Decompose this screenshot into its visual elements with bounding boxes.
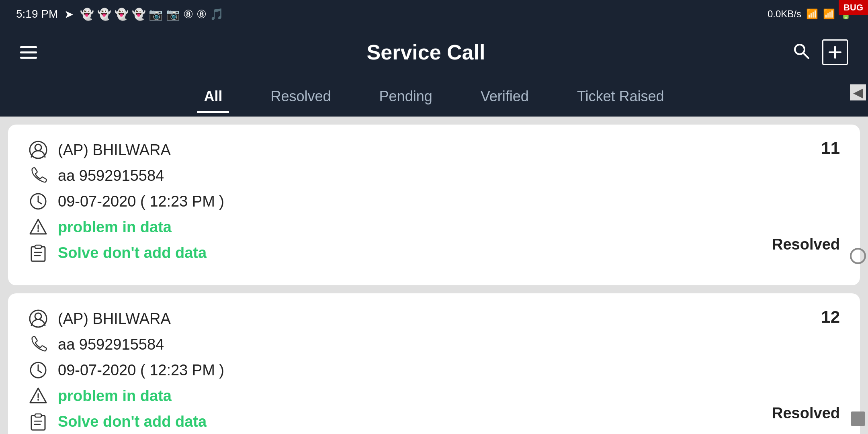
tab-ticket-raised-label: Ticket Raised — [577, 88, 664, 104]
signal-icon: 📶 — [806, 8, 818, 20]
card-datetime-1: 09-07-2020 ( 12:23 PM ) — [58, 193, 224, 210]
svg-line-19 — [38, 371, 41, 373]
navigation-icon: ➤ — [64, 8, 74, 21]
time-display: 5:19 PM — [16, 8, 58, 20]
svg-line-1 — [803, 53, 809, 58]
warning-icon-2 — [28, 387, 48, 405]
svg-point-21 — [37, 399, 39, 401]
network-speed: 0.0KB/s — [768, 8, 801, 20]
card-phone-2: aa 9592915584 — [58, 336, 164, 353]
user-icon-2 — [28, 309, 48, 328]
add-button[interactable] — [822, 39, 848, 65]
card-datetime-row-2: 09-07-2020 ( 12:23 PM ) Resolved — [28, 361, 840, 379]
card-name-row-2: (AP) BHILWARA — [28, 309, 840, 328]
user-icon-1 — [28, 141, 48, 159]
svg-rect-11 — [31, 247, 45, 261]
warning-icon-1 — [28, 218, 48, 236]
card-phone-row-2: aa 9592915584 — [28, 335, 840, 354]
tab-all-label: All — [204, 88, 222, 104]
tab-pending[interactable]: Pending — [355, 80, 457, 113]
content-area: 11 (AP) BHILWARA aa 9592915584 — [0, 117, 868, 434]
debug-label: BUG — [843, 2, 863, 12]
tabs-bar: All Resolved Pending Verified Ticket Rai… — [0, 76, 868, 117]
hamburger-line-2 — [20, 51, 37, 53]
status-bar: 5:19 PM ➤ 👻 👻 👻 👻 📷 📷 ⑧ ⑧ 🎵 0.0KB/s 📶 📶 … — [0, 0, 868, 28]
svg-point-16 — [35, 313, 41, 319]
hamburger-line-3 — [20, 57, 37, 59]
page-title: Service Call — [68, 40, 784, 64]
right-scrollbar: ◀ — [848, 76, 868, 434]
header-right — [784, 39, 848, 65]
card-problem-1: problem in data — [58, 219, 172, 236]
tab-resolved-label: Resolved — [270, 88, 331, 104]
service-card-2[interactable]: 12 (AP) BHILWARA aa 9592915584 — [8, 293, 860, 434]
card-number-2: 12 — [821, 307, 840, 327]
svg-point-10 — [37, 230, 39, 232]
debug-badge: BUG — [839, 0, 868, 15]
svg-point-5 — [35, 144, 41, 151]
card-phone-1: aa 9592915584 — [58, 167, 164, 184]
header-left — [20, 46, 68, 59]
card-name-1: (AP) BHILWARA — [58, 141, 171, 159]
tab-all[interactable]: All — [180, 80, 246, 113]
app-icons: 👻 👻 👻 👻 📷 📷 ⑧ ⑧ 🎵 — [80, 8, 223, 21]
service-card-1[interactable]: 11 (AP) BHILWARA aa 9592915584 — [8, 125, 860, 285]
card-solution-1: Solve don't add data — [58, 244, 207, 262]
tab-pending-label: Pending — [379, 88, 432, 104]
phone-icon-1 — [28, 166, 48, 185]
svg-rect-23 — [35, 414, 41, 417]
wifi-icon: 📶 — [823, 8, 835, 20]
card-problem-2: problem in data — [58, 387, 172, 405]
card-solution-row-2: Solve don't add data — [28, 412, 840, 431]
scroll-arrow-up[interactable]: ◀ — [850, 84, 866, 100]
card-status-1: Resolved — [772, 236, 840, 253]
status-bar-left: 5:19 PM ➤ 👻 👻 👻 👻 📷 📷 ⑧ ⑧ 🎵 — [16, 8, 224, 21]
card-problem-row-1: problem in data — [28, 218, 840, 236]
search-button[interactable] — [792, 42, 810, 63]
tab-ticket-raised[interactable]: Ticket Raised — [553, 80, 688, 113]
card-datetime-2: 09-07-2020 ( 12:23 PM ) — [58, 362, 224, 379]
svg-rect-12 — [35, 245, 41, 248]
card-solution-2: Solve don't add data — [58, 413, 207, 430]
svg-rect-22 — [31, 416, 45, 430]
card-name-row-1: (AP) BHILWARA — [28, 141, 840, 159]
menu-button[interactable] — [20, 46, 37, 59]
clock-icon-1 — [28, 192, 48, 211]
svg-line-8 — [38, 202, 41, 204]
card-problem-row-2: problem in data — [28, 387, 840, 405]
card-datetime-row-1: 09-07-2020 ( 12:23 PM ) Resolved — [28, 192, 840, 211]
card-phone-row-1: aa 9592915584 — [28, 166, 840, 185]
hamburger-line-1 — [20, 46, 37, 48]
clipboard-icon-2 — [28, 412, 48, 431]
scroll-square — [851, 411, 865, 426]
card-solution-row-1: Solve don't add data — [28, 244, 840, 262]
card-name-2: (AP) BHILWARA — [58, 310, 171, 328]
card-number-1: 11 — [821, 139, 840, 158]
phone-icon-2 — [28, 335, 48, 354]
clock-icon-2 — [28, 361, 48, 379]
tab-resolved[interactable]: Resolved — [246, 80, 355, 113]
tab-verified-label: Verified — [481, 88, 529, 104]
scroll-circle — [850, 248, 866, 264]
app-header: Service Call — [0, 28, 868, 76]
card-status-2: Resolved — [772, 405, 840, 422]
clipboard-icon-1 — [28, 244, 48, 262]
tab-verified[interactable]: Verified — [457, 80, 553, 113]
